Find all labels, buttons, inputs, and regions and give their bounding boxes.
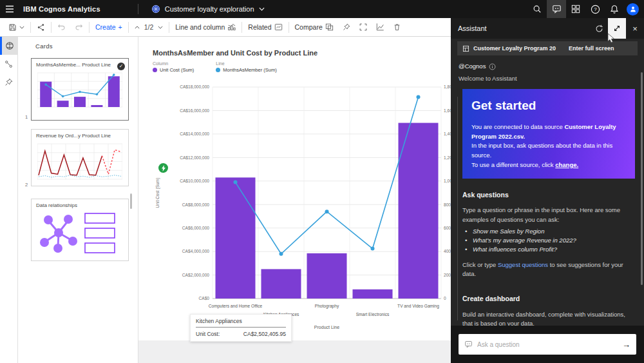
share-button[interactable]	[32, 18, 50, 36]
page-up-button[interactable]	[130, 18, 144, 36]
svg-text:1,600: 1,600	[444, 108, 451, 113]
insights-badge[interactable]	[158, 163, 168, 173]
svg-text:?: ?	[594, 6, 597, 12]
svg-text:CA$8,000,000: CA$8,000,000	[182, 202, 209, 207]
question-input-box[interactable]: →	[459, 334, 636, 355]
compare-icon	[325, 23, 334, 31]
bar-series-label: Unit Cost (Sum)	[160, 67, 194, 73]
rail-cards-icon[interactable]	[0, 37, 17, 55]
svg-text:1,200: 1,200	[444, 155, 451, 160]
info-icon[interactable]	[489, 63, 496, 70]
mouse-cursor	[607, 34, 616, 44]
search-icon[interactable]	[527, 0, 547, 18]
svg-text:Product Line: Product Line	[314, 325, 339, 329]
rail-relationships-icon[interactable]	[0, 55, 17, 73]
chart-title: MonthsAsMember and Unit Cost by Product …	[153, 49, 317, 57]
svg-text:CA$16,000,000: CA$16,000,000	[180, 108, 209, 113]
board-title: Customer loyalty exploration	[165, 5, 254, 13]
assistant-footer: →	[451, 326, 644, 363]
card-months-as-member[interactable]: MonthsAsMembe... Product Line ✓	[31, 58, 129, 121]
svg-text:CA$12,000,000: CA$12,000,000	[180, 155, 209, 160]
data-source-name: Customer Loyalty Program 20	[473, 45, 556, 52]
svg-text:CA$14,000,000: CA$14,000,000	[180, 132, 209, 136]
get-started-card: Get started You are connected to data so…	[462, 89, 635, 179]
get-started-title: Get started	[471, 97, 626, 115]
assistant-close-icon[interactable]: ×	[626, 18, 644, 39]
send-question-icon[interactable]: →	[622, 340, 630, 349]
canvas-footer-strip	[138, 340, 451, 363]
redo-button[interactable]	[70, 18, 88, 36]
assistant-body: @Cognos Welcome to Assistant Get started…	[451, 55, 644, 326]
svg-text:Unit Cost (Sum): Unit Cost (Sum)	[155, 178, 160, 208]
example-question[interactable]: What influences column Profit?	[465, 245, 635, 254]
undo-button[interactable]	[53, 18, 70, 36]
svg-text:CA$18,000,000: CA$18,000,000	[180, 84, 209, 89]
plus-icon: +	[118, 23, 122, 31]
apps-grid-icon[interactable]	[566, 0, 585, 18]
welcome-text: Welcome to Assistant	[459, 74, 635, 83]
svg-text:1,000: 1,000	[444, 179, 451, 183]
svg-text:CA$10,000,000: CA$10,000,000	[180, 179, 209, 183]
related-icon	[274, 23, 283, 31]
help-icon[interactable]: ?	[585, 0, 605, 18]
compare-button[interactable]: Compare	[290, 18, 338, 36]
notifications-bell-icon[interactable]	[605, 0, 624, 18]
related-button[interactable]: Related	[243, 18, 287, 36]
chart-canvas[interactable]: MonthsAsMember and Unit Cost by Product …	[138, 37, 451, 363]
create-dashboard-body: Build an interactive dashboard, complete…	[462, 310, 631, 326]
example-question[interactable]: What's my average Revenue in 2022?	[465, 236, 635, 245]
assistant-reset-icon[interactable]	[590, 18, 608, 39]
svg-text:800: 800	[444, 202, 451, 207]
example-question[interactable]: Show me Sales by Region	[465, 227, 635, 236]
create-button[interactable]: Create +	[91, 18, 127, 36]
product-title: IBM Cognos Analytics	[23, 5, 100, 13]
save-menu-chevron-icon[interactable]	[19, 26, 24, 29]
delete-button[interactable]	[389, 18, 405, 36]
chat-bubble-icon	[464, 340, 473, 348]
chart-legend: Column Unit Cost (Sum) Line MonthsAsMemb…	[153, 61, 277, 73]
card-revenue[interactable]: Revenue by Ord...y Product Line	[31, 129, 129, 186]
svg-text:Computers and Home Office: Computers and Home Office	[209, 304, 263, 309]
line-and-column-icon	[227, 23, 236, 31]
rail-pin-icon[interactable]	[0, 73, 17, 91]
chart-options-button[interactable]	[372, 18, 389, 36]
page-down-button[interactable]	[153, 18, 167, 36]
svg-text:CA$4,000,000: CA$4,000,000	[182, 249, 209, 253]
focus-mode-button[interactable]	[355, 18, 372, 36]
input-box-hint: In the input box, ask questions about th…	[471, 142, 612, 159]
card-data-relationships[interactable]: Data relationships	[31, 199, 129, 261]
svg-text:TV and Video Gaming: TV and Video Gaming	[397, 304, 439, 309]
ask-questions-heading: Ask questions	[462, 190, 635, 201]
legend-column-caption: Column	[153, 61, 194, 66]
fullscreen-tooltip: Enter full screen	[569, 45, 614, 52]
svg-text:Smart Electronics: Smart Electronics	[356, 312, 390, 317]
ask-question-input[interactable]	[477, 341, 618, 348]
selected-check-icon: ✓	[117, 63, 125, 70]
line-series-dot	[216, 68, 220, 72]
assistant-scrollbar[interactable]	[641, 72, 643, 285]
assistant-toggle-icon[interactable]	[547, 0, 566, 18]
assistant-panel: Assistant × Customer Loyalty Program 20 …	[451, 18, 644, 363]
suggest-questions-link[interactable]: Suggest questions	[498, 261, 548, 268]
top-bar: IBM Cognos Analytics Customer loyalty ex…	[0, 0, 644, 18]
card-index: 2	[25, 182, 28, 188]
exploration-icon	[151, 5, 160, 14]
hamburger-menu-icon[interactable]	[0, 0, 19, 18]
change-link[interactable]: change.	[555, 161, 578, 168]
card-title: Revenue by Ord...y Product Line	[32, 130, 128, 140]
create-dashboard-heading: Create dashboard	[462, 294, 635, 304]
thread-line	[457, 97, 458, 320]
viz-type-button[interactable]: Line and column	[171, 18, 240, 36]
svg-text:600: 600	[444, 226, 451, 230]
data-source-icon	[462, 45, 469, 52]
topbar-divider	[138, 4, 138, 14]
user-avatar[interactable]	[627, 3, 639, 15]
suggest-questions-line: Click or type Suggest questions to see s…	[462, 260, 631, 279]
combo-chart[interactable]: CA$0CA$2,000,000CA$4,000,000CA$6,000,000…	[138, 37, 451, 340]
pin-button[interactable]	[338, 18, 355, 36]
board-selector[interactable]: Customer loyalty exploration	[151, 5, 265, 14]
save-button[interactable]	[4, 18, 29, 36]
card-index: 1	[25, 114, 28, 120]
cards-scrollbar[interactable]	[130, 193, 132, 209]
toolbar: Create + 1/2 Line and column Related	[0, 18, 451, 37]
